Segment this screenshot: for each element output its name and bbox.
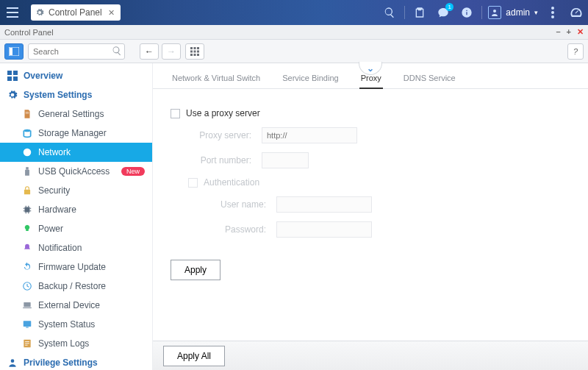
sidebar-item-system-status[interactable]: System Status: [0, 315, 152, 334]
svg-rect-34: [26, 327, 29, 328]
sidebar-item-firmware-update[interactable]: Firmware Update: [0, 257, 152, 277]
svg-rect-20: [7, 77, 12, 81]
info-button[interactable]: [455, 0, 478, 25]
password-label: Password:: [203, 224, 276, 235]
search-icon: [112, 46, 122, 56]
sidebar-item-label: Notification: [38, 243, 82, 253]
sidebar-category-overview[interactable]: Overview: [0, 66, 152, 85]
gear-icon: [35, 8, 44, 17]
svg-rect-17: [197, 54, 199, 56]
window-maximize-button[interactable]: +: [567, 27, 571, 37]
svg-rect-16: [194, 54, 196, 56]
svg-rect-12: [190, 50, 193, 52]
svg-point-6: [551, 15, 554, 18]
chevron-down-icon: ▾: [534, 9, 538, 16]
separator: [404, 6, 405, 19]
username-input[interactable]: [276, 196, 372, 213]
username-label: admin: [506, 7, 530, 18]
sidebar-category-privilege[interactable]: Privilege Settings: [0, 353, 152, 370]
notifications-button[interactable]: 1: [431, 0, 455, 25]
sidebar-item-network[interactable]: Network: [0, 143, 152, 162]
chevron-down-icon: ⌄: [367, 63, 374, 74]
arrow-right-icon: →: [167, 46, 176, 57]
port-input[interactable]: [262, 152, 309, 168]
auth-label: Authentication: [204, 177, 259, 188]
search-icon: [384, 7, 395, 18]
tab-network-virtual-switch[interactable]: Network & Virtual Switch: [171, 74, 262, 88]
sidebar-item-general-settings[interactable]: General Settings: [0, 104, 152, 124]
grid-view-button[interactable]: [185, 43, 204, 60]
dashboard-button[interactable]: [564, 0, 588, 25]
svg-rect-36: [25, 341, 29, 342]
svg-rect-14: [197, 50, 199, 52]
toolbar-search[interactable]: [28, 43, 125, 60]
sidebar-item-label: General Settings: [38, 109, 104, 119]
sidebar-item-label: External Device: [38, 300, 100, 310]
clipboard-button[interactable]: [408, 0, 431, 25]
window-close-button[interactable]: ✕: [577, 27, 584, 37]
sidebar-item-usb-quickaccess[interactable]: USB QuickAccessNew: [0, 162, 152, 181]
sidebar-category-system[interactable]: System Settings: [0, 85, 152, 104]
sidebar-item-label: Hardware: [38, 204, 76, 215]
svg-rect-28: [24, 190, 30, 194]
dots-vertical-icon: [551, 7, 554, 18]
help-button[interactable]: ?: [567, 43, 584, 60]
svg-rect-0: [7, 7, 18, 9]
sidebar-item-label: USB QuickAccess: [38, 166, 110, 177]
sidebar-item-hardware[interactable]: Hardware: [0, 200, 152, 219]
nav-forward-button[interactable]: →: [162, 43, 181, 60]
tab-service-binding[interactable]: Service Binding: [281, 74, 340, 88]
svg-rect-19: [13, 71, 18, 75]
window-minimize-button[interactable]: –: [556, 27, 560, 37]
search-button[interactable]: [378, 0, 401, 25]
svg-rect-38: [25, 345, 28, 346]
sidebar-item-label: Storage Manager: [38, 128, 107, 138]
apply-all-button[interactable]: Apply All: [163, 346, 225, 366]
auth-checkbox[interactable]: [188, 178, 198, 188]
sidebar-item-power[interactable]: Power: [0, 219, 152, 238]
sidebar: OverviewSystem SettingsGeneral SettingsS…: [0, 63, 153, 370]
svg-rect-22: [26, 112, 29, 113]
svg-rect-37: [25, 343, 29, 344]
use-proxy-checkbox[interactable]: [171, 109, 180, 118]
svg-point-4: [551, 7, 554, 10]
svg-point-3: [493, 10, 496, 13]
svg-rect-32: [23, 307, 32, 308]
menu-button[interactable]: [0, 0, 25, 25]
proxy-server-input[interactable]: [262, 127, 357, 143]
sidebar-item-backup-restore[interactable]: Backup / Restore: [0, 277, 152, 296]
svg-rect-2: [7, 16, 18, 18]
nav-back-button[interactable]: ←: [140, 43, 159, 60]
sidebar-item-label: System Logs: [38, 338, 89, 349]
sidebar-item-system-logs[interactable]: System Logs: [0, 334, 152, 353]
sidebar-item-label: Backup / Restore: [38, 281, 106, 291]
tab-label: Control Panel: [49, 7, 102, 18]
search-input[interactable]: [28, 43, 125, 60]
svg-rect-26: [26, 167, 29, 170]
proxy-server-label: Proxy server:: [188, 130, 262, 140]
svg-rect-27: [25, 170, 29, 176]
category-label: Privilege Settings: [24, 357, 98, 368]
svg-point-5: [551, 11, 554, 14]
more-button[interactable]: [541, 0, 564, 25]
use-proxy-label: Use a proxy server: [186, 108, 260, 118]
tab-ddns-service[interactable]: DDNS Service: [402, 74, 457, 88]
svg-rect-11: [197, 47, 199, 49]
sidebar-toggle-button[interactable]: [4, 43, 24, 60]
sidebar-item-security[interactable]: Security: [0, 181, 152, 200]
hamburger-icon: [7, 7, 18, 18]
username-label: User name:: [203, 199, 276, 210]
tab-close-button[interactable]: ✕: [107, 8, 116, 18]
sidebar-item-label: Power: [38, 224, 63, 234]
sidebar-item-notification[interactable]: Notification: [0, 238, 152, 257]
tab-proxy[interactable]: Proxy: [359, 74, 383, 89]
sidebar-item-storage-manager[interactable]: Storage Manager: [0, 124, 152, 143]
svg-rect-18: [7, 71, 12, 75]
svg-rect-9: [190, 47, 193, 49]
apply-button[interactable]: Apply: [171, 260, 220, 280]
sidebar-item-label: System Status: [38, 319, 95, 330]
sidebar-item-external-device[interactable]: External Device: [0, 296, 152, 315]
password-input[interactable]: [276, 221, 372, 238]
user-menu[interactable]: admin ▾: [485, 6, 541, 19]
window-tab-control-panel[interactable]: Control Panel ✕: [31, 4, 121, 21]
